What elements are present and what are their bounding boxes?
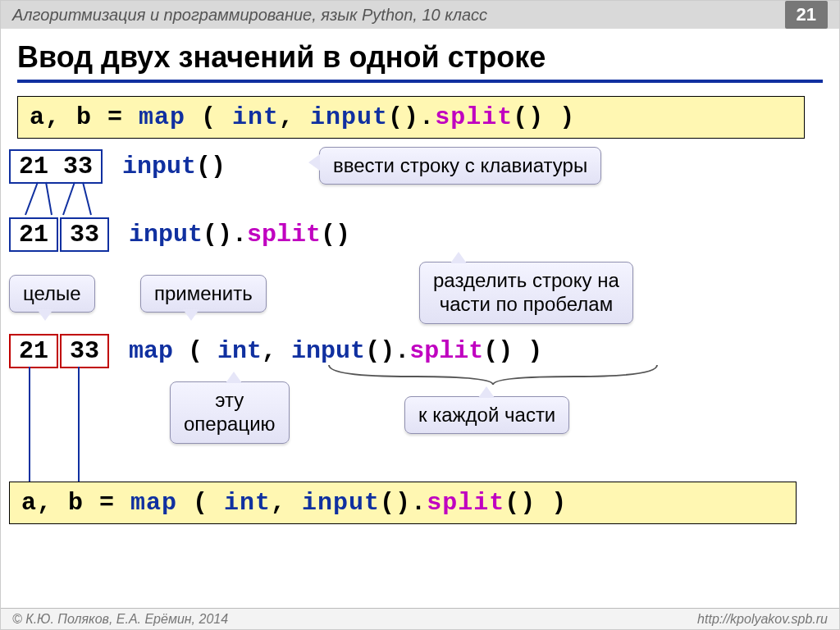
code-paren: () xyxy=(196,153,226,180)
pointer-icon xyxy=(308,154,320,171)
box-int-part1: 21 xyxy=(9,334,58,368)
kw-int: int xyxy=(232,103,279,131)
box-part1: 21 xyxy=(9,217,58,252)
code-text: a, b = xyxy=(21,489,130,517)
kw-input: input xyxy=(302,489,380,517)
kw-split: split xyxy=(409,337,483,365)
kw-split: split xyxy=(427,489,504,517)
row-map: 2133 map ( int, input().split() ) xyxy=(9,334,542,368)
code-text: () ) xyxy=(504,489,567,517)
label-apply: применить xyxy=(140,275,267,313)
code-block-bottom: a, b = map ( int, input().split() ) xyxy=(9,482,797,524)
kw-int: int xyxy=(224,489,271,517)
code-text: () xyxy=(321,221,350,249)
kw-input: input xyxy=(129,221,203,249)
page-number-badge: 21 xyxy=(785,1,828,29)
code-text: a, b = xyxy=(30,103,139,131)
kw-map: map xyxy=(130,489,177,517)
box-raw-input: 21 33 xyxy=(9,149,103,184)
kw-map: map xyxy=(139,103,185,131)
pointer-icon xyxy=(478,386,495,398)
topbar-title: Алгоритмизация и программирование, язык … xyxy=(12,6,487,25)
label-whole: целые xyxy=(9,275,95,313)
code-text: (). xyxy=(380,489,427,517)
kw-input: input xyxy=(291,337,365,365)
bottom-bar: © К.Ю. Поляков, Е.А. Ерёмин, 2014 http:/… xyxy=(1,608,839,629)
kw-input: input xyxy=(310,103,388,131)
box-part2: 33 xyxy=(60,217,109,252)
content-area: a, b = map ( int, input().split() ) 21 3… xyxy=(1,88,839,613)
code-text: , xyxy=(262,337,291,365)
row-split: 2133 input().split() xyxy=(9,217,350,252)
svg-line-1 xyxy=(46,182,52,215)
code-text: () ) xyxy=(513,103,575,131)
pointer-icon xyxy=(226,372,242,383)
pointer-icon xyxy=(37,309,53,321)
svg-line-2 xyxy=(63,182,75,215)
code-text: (). xyxy=(203,221,247,249)
code-text: (). xyxy=(365,337,409,365)
label-this-op: эту операцию xyxy=(170,381,290,444)
code-text: , xyxy=(271,489,302,517)
connector-lines-vertical xyxy=(1,363,116,576)
code-text: ( xyxy=(173,337,217,365)
pointer-icon xyxy=(183,309,199,321)
label-split-spaces: разделить строку на части по пробелам xyxy=(419,262,633,324)
code-text: ( xyxy=(177,489,224,517)
code-text: ( xyxy=(185,103,232,131)
box-int-part2: 33 xyxy=(60,334,109,368)
footer-left: © К.Ю. Поляков, Е.А. Ерёмин, 2014 xyxy=(12,612,228,627)
kw-int: int xyxy=(217,337,262,365)
footer-right: http://kpolyakov.spb.ru xyxy=(697,612,828,627)
label-each-part: к каждой части xyxy=(404,396,569,434)
code-text: () ) xyxy=(483,337,542,365)
pointer-icon xyxy=(450,252,467,263)
label-keyboard-input: ввести строку с клавиатуры xyxy=(319,147,601,185)
svg-line-3 xyxy=(83,182,91,215)
kw-map: map xyxy=(129,337,173,365)
svg-line-0 xyxy=(25,182,38,215)
code-text: (). xyxy=(388,103,435,131)
page-title: Ввод двух значений в одной строке xyxy=(17,40,823,83)
kw-split: split xyxy=(435,103,513,131)
code-block-top: a, b = map ( int, input().split() ) xyxy=(17,96,805,139)
top-bar: Алгоритмизация и программирование, язык … xyxy=(1,1,839,29)
code-text: , xyxy=(279,103,310,131)
kw-input: input xyxy=(122,153,196,180)
kw-split: split xyxy=(247,221,321,249)
row-input: 21 33 input() xyxy=(9,149,226,184)
